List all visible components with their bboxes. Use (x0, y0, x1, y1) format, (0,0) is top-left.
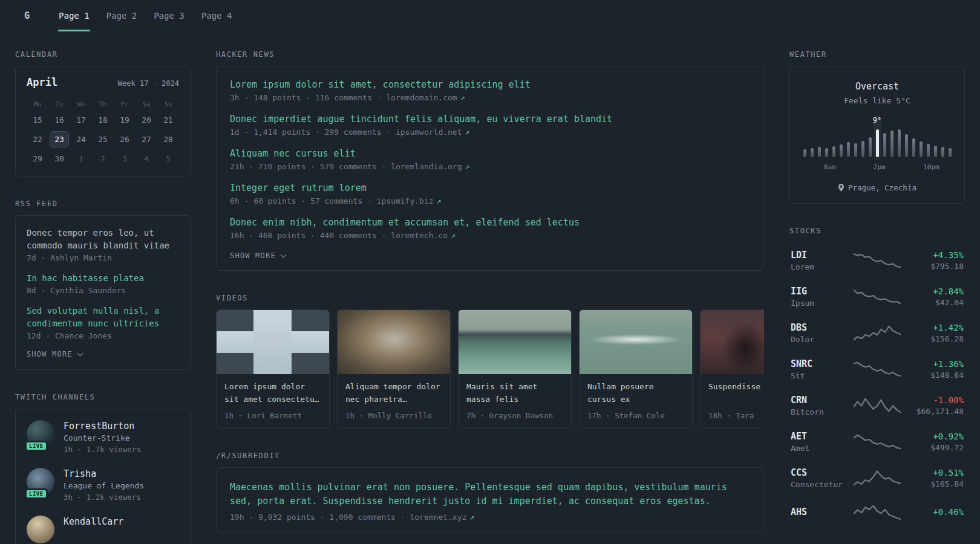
video-title[interactable]: Mauris sit amet massa felis (466, 381, 563, 406)
hn-item-title[interactable]: Integer eget rutrum lorem (230, 183, 750, 193)
stock-name: Consectetur (791, 480, 846, 489)
channel-name[interactable]: Trisha (64, 468, 144, 480)
twitch-channel-row[interactable]: LIVE ForrestBurton Counter-Strike 1h · 1… (27, 420, 179, 455)
stock-row[interactable]: AET Amet +0.92% $499.72 (789, 424, 965, 460)
stock-row[interactable]: CRN Bitcorn -1.00% $66,171.48 (789, 387, 965, 424)
video-title[interactable]: Aliquam tempor dolor nec pharetra… (345, 381, 442, 406)
hn-item-meta: 16h · 468 points · 440 comments · loremt… (230, 231, 750, 240)
tab-label: Page 2 (106, 11, 137, 21)
calendar-day: 28 (157, 130, 179, 148)
app-logo: G (24, 10, 30, 21)
rss-item-title[interactable]: Donec tempor eros leo, ut commodo mauris… (27, 227, 179, 252)
stock-row[interactable]: CCS Consectetur +0.51% $165.84 (789, 460, 965, 496)
hn-item-title[interactable]: Donec imperdiet augue tincidunt felis al… (230, 114, 750, 125)
channel-name[interactable]: ForrestBurton (64, 420, 141, 432)
rss-card: Donec tempor eros leo, ut commodo mauris… (15, 215, 191, 370)
external-link-icon[interactable]: ↗ (469, 513, 474, 522)
hn-item-meta: 6h · 60 points · 57 comments · ipsumify.… (230, 196, 750, 206)
video-thumbnail[interactable] (580, 310, 692, 374)
video-thumbnail[interactable] (701, 310, 764, 374)
dot-separator: · (377, 93, 382, 102)
weather-bar (861, 141, 864, 157)
rss-item: Donec tempor eros leo, ut commodo mauris… (27, 227, 179, 262)
tab-page-2[interactable]: Page 2 (98, 0, 146, 31)
calendar-day: 21 (157, 111, 179, 129)
twitch-channel-row[interactable]: LIVE Trisha League of Legends 3h · 1.2k … (27, 468, 179, 503)
stock-change: +2.84% (908, 287, 964, 296)
stock-row[interactable]: AHS +0.46% (789, 496, 965, 529)
rss-item-title[interactable]: Sed volutpat nulla nisl, a condimentum n… (27, 305, 179, 330)
weather-bar (890, 131, 893, 157)
stock-row[interactable]: SNRC Sit +1.36% $148.64 (789, 351, 965, 387)
videos-widget: VIDEOS Lorem ipsum dolor sit amet consec… (216, 294, 764, 429)
hn-show-more-button[interactable]: SHOW MORE (230, 251, 750, 260)
twitch-channel-row[interactable]: KendallCarr (27, 516, 179, 543)
tab-page-1[interactable]: Page 1 (50, 0, 98, 31)
rss-item-title[interactable]: In hac habitasse platea (27, 272, 179, 285)
external-link-icon[interactable]: ↗ (465, 162, 470, 171)
dot-separator: · (153, 79, 157, 88)
reddit-post-domain[interactable]: loremnet.xyz (410, 513, 466, 522)
stock-sparkline (854, 360, 901, 378)
stock-price: $42.04 (908, 298, 964, 307)
video-title[interactable]: Suspendisse diam (708, 381, 764, 406)
video-title[interactable]: Lorem ipsum dolor sit amet consectetu… (224, 381, 321, 406)
hn-item-domain[interactable]: loremdomain.com (386, 93, 457, 102)
video-meta: 1h · Molly Carrillo (345, 411, 442, 420)
reddit-post-title[interactable]: Maecenas mollis pulvinar erat non posuer… (230, 481, 750, 509)
video-card[interactable]: Lorem ipsum dolor sit amet consectetu… 1… (216, 309, 330, 429)
rss-show-more-button[interactable]: SHOW MORE (27, 350, 179, 358)
widget-title: TWITCH CHANNELS (15, 393, 191, 401)
video-thumbnail[interactable] (459, 310, 571, 374)
video-card[interactable]: Nullam posuere cursus ex 17h · Stefan Co… (579, 309, 693, 429)
tab-page-4[interactable]: Page 4 (193, 0, 241, 31)
widget-title: HACKER NEWS (216, 50, 764, 59)
dot-separator: · (381, 231, 386, 240)
tab-label: Page 1 (59, 11, 90, 21)
stock-sparkline (854, 288, 901, 306)
video-thumbnail[interactable] (338, 310, 450, 374)
show-more-label: SHOW MORE (230, 251, 276, 260)
show-more-label: SHOW MORE (27, 350, 73, 358)
stock-row[interactable]: DBS Dolor +1.42% $156.28 (789, 315, 965, 351)
dot-separator: · (367, 196, 372, 206)
weather-location[interactable]: Prague, Czechia (801, 183, 953, 192)
stock-row[interactable]: LDI Lorem +4.35% $795.18 (789, 242, 965, 279)
hn-item-title[interactable]: Lorem ipsum dolor sit amet, consectetur … (230, 79, 750, 90)
external-link-icon[interactable]: ↗ (465, 128, 470, 137)
video-card[interactable]: Suspendisse diam 18h · Tara (700, 309, 764, 429)
right-column: WEATHER Overcast Feels like 5°C 9° 6am 2… (789, 50, 965, 544)
hn-item-domain[interactable]: ipsumify.biz (377, 196, 434, 206)
tab-page-3[interactable]: Page 3 (145, 0, 193, 31)
hn-item-domain[interactable]: loremtech.co (391, 231, 448, 240)
stock-sparkline (854, 504, 901, 522)
video-card[interactable]: Mauris sit amet massa felis 7h · Grayson… (458, 309, 572, 429)
hn-item-title[interactable]: Aliquam nec cursus elit (230, 148, 750, 159)
subreddit-card: Maecenas mollis pulvinar erat non posuer… (216, 467, 764, 533)
video-row: Lorem ipsum dolor sit amet consectetu… 1… (216, 309, 764, 429)
calendar-widget: CALENDAR April Week 17 · 2024 Mo Tu We T… (15, 50, 191, 176)
widget-title: VIDEOS (216, 294, 764, 302)
stock-price: $499.72 (908, 443, 964, 452)
hn-item-domain[interactable]: ipsumworld.net (396, 128, 462, 137)
weather-bar (934, 146, 937, 157)
stock-sparkline (854, 251, 901, 270)
chevron-down-icon (77, 350, 83, 356)
video-thumbnail[interactable] (217, 310, 329, 374)
hn-item-meta: 21h · 710 points · 579 comments · loreml… (230, 162, 750, 171)
hn-item: Donec imperdiet augue tincidunt felis al… (230, 114, 750, 137)
video-title[interactable]: Nullam posuere cursus ex (587, 381, 684, 406)
external-link-icon[interactable]: ↗ (451, 231, 456, 240)
hn-item-title[interactable]: Donec enim nibh, condimentum et accumsan… (230, 217, 750, 228)
stock-row[interactable]: IIG Ipsum +2.84% $42.04 (789, 279, 965, 315)
weather-bar (818, 147, 821, 157)
location-label: Prague, Czechia (848, 183, 916, 192)
external-link-icon[interactable]: ↗ (437, 196, 442, 206)
external-link-icon[interactable]: ↗ (460, 93, 465, 102)
video-card[interactable]: Aliquam tempor dolor nec pharetra… 1h · … (337, 309, 451, 429)
weekday-label: We (70, 97, 92, 111)
channel-category: League of Legends (64, 480, 144, 491)
channel-avatar-wrap: LIVE (27, 468, 54, 496)
hn-item-domain[interactable]: loremlandia.org (391, 162, 462, 171)
channel-name[interactable]: KendallCarr (64, 516, 123, 528)
